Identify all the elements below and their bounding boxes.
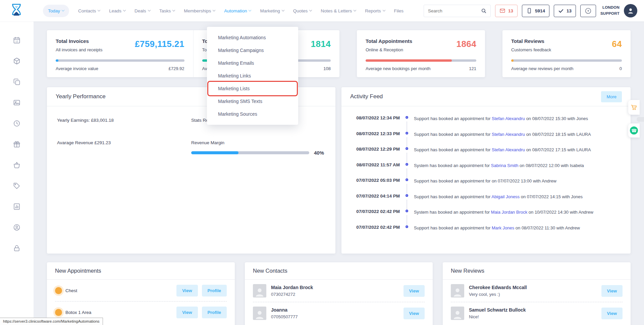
- activity-item: 07/07/2022 04:14 PM Support has booked a…: [350, 194, 621, 209]
- envelope-icon: [499, 8, 505, 14]
- activity-text: Support has booked an appointment for on…: [414, 178, 556, 183]
- contact-link[interactable]: Abigail Joness: [491, 194, 520, 199]
- tag-icon[interactable]: [13, 182, 21, 190]
- contact-link[interactable]: Stefan Alexandru: [492, 116, 525, 121]
- lock-icon[interactable]: [13, 244, 21, 252]
- menu-item-marketing-campaigns[interactable]: Marketing Campaigns: [207, 44, 298, 57]
- contact-link[interactable]: Maia Jordan Brock: [491, 210, 527, 215]
- location-line1: LONDON: [600, 5, 620, 11]
- phone-calls-button[interactable]: 5914: [522, 5, 549, 17]
- review-text: Nice!: [469, 314, 526, 319]
- menu-item-marketing-sms-texts[interactable]: Marketing SMS Texts: [207, 95, 298, 108]
- activity-time: 08/07/2022 12:29 PM: [350, 147, 400, 152]
- menu-item-label: Marketing Lists: [218, 86, 250, 91]
- view-button[interactable]: View: [404, 308, 425, 319]
- view-button[interactable]: View: [176, 307, 198, 318]
- nav-item-contacts[interactable]: Contacts: [78, 8, 100, 13]
- contact-link[interactable]: Mark Jones: [492, 225, 514, 230]
- menu-item-marketing-links[interactable]: Marketing Links: [207, 69, 298, 82]
- help-button[interactable]: ?: [580, 5, 596, 17]
- revenue-margin-label: Revenue Margin: [191, 140, 325, 145]
- mail-notifications-button[interactable]: 13: [495, 5, 518, 17]
- topbar: Today Contacts Leads Deals Tasks Members…: [0, 0, 644, 21]
- collapsed-widget-handle[interactable]: [637, 117, 644, 122]
- activity-text: Support has booked an appointment for Ma…: [414, 225, 580, 230]
- stat-card-total-appointments: Total Appointments Online & Reception 18…: [357, 30, 485, 77]
- nav-item-today[interactable]: Today: [43, 5, 69, 17]
- call-widget-button[interactable]: ☎: [628, 123, 640, 138]
- nav-label: Notes & Letters: [321, 8, 352, 13]
- timeline-marker-icon: [400, 209, 414, 212]
- cart-widget-button[interactable]: [628, 100, 640, 115]
- contact-row: Joanna 07050507777 View: [245, 302, 433, 324]
- activity-text: Support has booked an appointment for St…: [414, 115, 588, 121]
- contact-row: Maia Jordan Brock 0730274272 View: [245, 280, 433, 302]
- view-button[interactable]: View: [601, 308, 623, 319]
- menu-item-marketing-emails[interactable]: Marketing Emails: [207, 57, 298, 69]
- nav-label: Quotes: [293, 8, 308, 13]
- nav-item-automation[interactable]: Automation: [224, 8, 251, 13]
- activity-item: 07/07/2022 02:42 PM System has booked an…: [350, 209, 621, 225]
- support-icon[interactable]: [13, 223, 21, 231]
- contact-link[interactable]: Stefan Alexandru: [492, 132, 525, 137]
- left-sidebar: 12: [0, 21, 34, 325]
- menu-item-marketing-automations[interactable]: Marketing Automations: [207, 31, 298, 44]
- tasks-done-button[interactable]: 13: [554, 5, 576, 17]
- nav-item-reports[interactable]: Reports: [365, 8, 385, 13]
- smartphone-icon: [526, 8, 532, 14]
- package-icon[interactable]: [13, 57, 21, 65]
- nav-item-quotes[interactable]: Quotes: [293, 8, 312, 13]
- timeline-marker-icon: [400, 115, 414, 119]
- stat-card-total-reviews: Total Reviews Customers feedback 64 Aver…: [502, 30, 631, 77]
- calendar-icon[interactable]: 12: [13, 36, 21, 44]
- view-button[interactable]: View: [601, 285, 623, 297]
- contact-link[interactable]: Sabrina Smith: [491, 163, 519, 168]
- activity-text-pre: Support has booked an appointment for: [414, 194, 491, 199]
- nav-item-leads[interactable]: Leads: [109, 8, 125, 13]
- nav-item-files[interactable]: Files: [394, 8, 404, 13]
- basket-icon[interactable]: [13, 161, 21, 169]
- panel-title: New Contacts: [253, 268, 287, 274]
- user-avatar[interactable]: [624, 4, 637, 17]
- contact-name: Maia Jordan Brock: [271, 285, 313, 290]
- nav-item-marketing[interactable]: Marketing: [260, 8, 284, 13]
- revenue-margin-bar: [191, 151, 309, 154]
- nav-item-memberships[interactable]: Memberships: [184, 8, 215, 13]
- activity-text-pre: Support has booked an appointment for: [414, 116, 492, 121]
- stat-footer-value: 108: [323, 66, 331, 71]
- nav-item-deals[interactable]: Deals: [135, 8, 150, 13]
- appointment-status-icon: [55, 309, 62, 316]
- timeline-marker-icon: [400, 162, 414, 166]
- activity-text-post: on 08/07/2022 11:30 with Andrew: [514, 225, 580, 230]
- gift-icon[interactable]: [13, 140, 21, 148]
- chevron-down-icon: [123, 9, 126, 11]
- history-icon[interactable]: [13, 119, 21, 127]
- more-button[interactable]: More: [601, 91, 622, 102]
- photo-icon[interactable]: [13, 99, 21, 107]
- new-reviews-panel: New Reviews Cherokee Edwards Mccall Very…: [443, 262, 631, 325]
- nav-item-notes-letters[interactable]: Notes & Letters: [321, 8, 356, 13]
- contact-link[interactable]: Stefan Alexandru: [492, 147, 525, 152]
- app-logo-hourglass-icon[interactable]: [9, 3, 24, 18]
- copy-icon[interactable]: [13, 78, 21, 86]
- menu-item-marketing-sources[interactable]: Marketing Sources: [207, 108, 298, 120]
- revenue-margin-block: Revenue Margin 40%: [191, 140, 325, 156]
- chevron-down-icon: [282, 9, 284, 11]
- profile-button[interactable]: Profile: [202, 285, 227, 296]
- search-input[interactable]: [427, 8, 481, 14]
- stat-footer-value: 121: [469, 66, 476, 71]
- view-button[interactable]: View: [176, 285, 198, 296]
- timeline-marker-icon: [400, 194, 414, 197]
- profile-button[interactable]: Profile: [202, 307, 227, 318]
- activity-text-post: on 07/07/2022 14:15 with Jones: [520, 194, 583, 199]
- activity-text-pre: System has booked an appointment for: [414, 210, 491, 215]
- search-icon[interactable]: [481, 8, 487, 14]
- nav-label: Leads: [109, 8, 121, 13]
- avatar: [451, 284, 464, 297]
- view-button[interactable]: View: [404, 285, 425, 297]
- chart-icon[interactable]: [13, 203, 21, 211]
- chevron-down-icon: [249, 9, 251, 11]
- stat-title: Total Appointments: [366, 38, 412, 44]
- menu-item-marketing-lists[interactable]: Marketing Lists: [207, 82, 298, 95]
- nav-item-tasks[interactable]: Tasks: [159, 8, 175, 13]
